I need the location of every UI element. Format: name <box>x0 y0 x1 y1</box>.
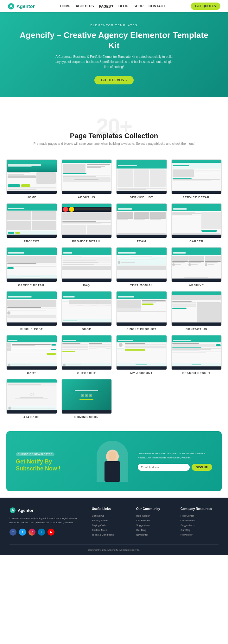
template-label: CONTACT US <box>171 328 222 331</box>
footer-link[interactable]: Suggestions <box>136 524 174 527</box>
go-to-demos-button[interactable]: GO TO DEMOS › <box>94 76 134 84</box>
footer-link[interactable]: Our Partners <box>136 519 174 522</box>
newsletter-email-input[interactable] <box>138 464 190 471</box>
template-label: SINGLE PRODUCT <box>116 328 167 331</box>
footer-col-resources: Company Resources Help Center Our Partne… <box>180 507 218 538</box>
newsletter-signup-button[interactable]: SIGN UP <box>192 464 212 471</box>
template-label: COMING SOON <box>61 415 112 419</box>
template-contact[interactable]: CONTACT US <box>171 291 222 331</box>
footer-col-links-list: Contact Us Privacy Policy Buying Code Ex… <box>92 514 130 536</box>
newsletter-image <box>97 441 128 482</box>
footer-col-title: Useful Links <box>92 507 130 511</box>
collection-title: Page Templates Collection <box>10 132 218 140</box>
template-coming-soon[interactable]: COMING SOON <box>61 379 112 419</box>
nav-logo[interactable]: Agentor <box>8 3 35 10</box>
template-faq[interactable]: FAQ <box>61 247 112 287</box>
template-label: TESTIMONIAL <box>116 284 167 287</box>
footer-col-title: Our Community <box>136 507 174 511</box>
social-linkedin-icon[interactable]: li <box>38 529 45 536</box>
footer-col-links-list: Help Center Our Partners Suggestions Our… <box>180 514 218 536</box>
nav-contact[interactable]: CONTACT <box>149 4 165 8</box>
template-single-post[interactable]: SINGLE POST <box>6 291 57 331</box>
nav-about[interactable]: ABOUT US <box>76 4 94 8</box>
footer-link[interactable]: Newsletter <box>136 533 174 536</box>
template-service-detail[interactable]: SERVICE DETAIL <box>171 159 222 199</box>
hero-description: A Corporate Business & Portfolio Element… <box>54 54 174 70</box>
footer-link[interactable]: Our Blog <box>180 529 218 531</box>
template-label: TEAM <box>116 240 167 243</box>
footer-link[interactable]: Help Center <box>180 514 218 517</box>
social-youtube-icon[interactable]: ▶ <box>48 529 54 536</box>
template-project-detail[interactable]: PROJECT DETAIL <box>61 203 112 243</box>
template-single-product[interactable]: SINGLE PRODUCT <box>116 291 167 331</box>
footer-brand: Agentor Lorem consectetur adipiscing eli… <box>10 507 86 538</box>
template-testimonial[interactable]: TESTIMONIAL <box>116 247 167 287</box>
footer-col-title: Company Resources <box>180 507 218 511</box>
template-label: FAQ <box>61 284 112 287</box>
footer-social: f t in li ▶ <box>10 529 86 536</box>
footer-link[interactable]: Contact Us <box>92 514 130 517</box>
nav-links: HOME ABOUT US PAGES ▾ BLOG SHOP CONTACT <box>60 4 165 8</box>
template-label: CHECKOUT <box>61 371 112 375</box>
footer-link[interactable]: Terms & Conditions <box>92 533 130 536</box>
footer-link[interactable]: Suggestions <box>180 524 218 527</box>
person-svg <box>100 444 125 482</box>
social-facebook-icon[interactable]: f <box>10 529 16 536</box>
hero-tag: ELEMENTOR TEMPLATES <box>19 24 209 27</box>
hero-section: ELEMENTOR TEMPLATES Agencify – Creative … <box>0 12 228 97</box>
template-label: ARCHIVE <box>171 284 222 287</box>
template-label: SERVICE DETAIL <box>171 196 222 199</box>
chevron-down-icon: ▾ <box>111 4 113 8</box>
footer-link[interactable]: Our Partners <box>180 519 218 522</box>
footer-link[interactable]: Buying Code <box>92 524 130 527</box>
template-about[interactable]: ABOUT US <box>61 159 112 199</box>
template-label: PROJECT <box>6 240 57 243</box>
hero-title: Agencify – Creative Agency Elementor Tem… <box>19 30 209 51</box>
template-label: SINGLE POST <box>6 328 57 331</box>
template-shop[interactable]: SHOP <box>61 291 112 331</box>
social-instagram-icon[interactable]: in <box>28 529 35 536</box>
template-label: ABOUT US <box>61 196 112 199</box>
nav-shop[interactable]: SHOP <box>134 4 143 8</box>
collection-section: 20+ Page Templates Collection Pre-made p… <box>0 97 228 159</box>
newsletter-right: ulami materiae commodo iam quam fugiat v… <box>138 452 212 471</box>
template-my-account[interactable]: MY ACCOUNT <box>116 335 167 375</box>
footer-col-links-list: Help Center Our Partners Suggestions Our… <box>136 514 174 536</box>
template-career-detail[interactable]: CAREER DETAIL <box>6 247 57 287</box>
newsletter-description: ulami materiae commodo iam quam fugiat v… <box>138 452 212 460</box>
footer-link[interactable]: Our Blog <box>136 529 174 531</box>
template-label: PROJECT DETAIL <box>61 240 112 243</box>
template-404[interactable]: 404 404 PAGE <box>6 379 57 419</box>
template-search-result[interactable]: SEARCH RESULT <box>171 335 222 375</box>
newsletter-title: Get Notify By Subscribe Now ! <box>16 458 90 472</box>
template-team[interactable]: TEAM <box>116 203 167 243</box>
get-quotes-button[interactable]: GET QUOTES <box>191 3 220 10</box>
newsletter-tag: SUBSCRIBE NEWSLETTER <box>16 452 54 456</box>
template-label: 404 PAGE <box>6 415 57 419</box>
template-label: SERVICE LIST <box>116 196 167 199</box>
svg-rect-3 <box>104 461 120 482</box>
footer-bottom: Copyright © 2024 Agencify. All rights re… <box>10 544 218 555</box>
template-service-list[interactable]: SERVICE LIST <box>116 159 167 199</box>
newsletter-section: SUBSCRIBE NEWSLETTER Get Notify By Subsc… <box>6 431 222 491</box>
template-cart[interactable]: CART <box>6 335 57 375</box>
footer-link[interactable]: Newsletter <box>180 533 218 536</box>
footer-link[interactable]: Privacy Policy <box>92 519 130 522</box>
template-project[interactable]: PROJECT <box>6 203 57 243</box>
nav-pages[interactable]: PAGES ▾ <box>99 4 113 8</box>
navbar: Agentor HOME ABOUT US PAGES ▾ BLOG SHOP … <box>0 0 228 12</box>
template-label: SEARCH RESULT <box>171 371 222 375</box>
newsletter-text: SUBSCRIBE NEWSLETTER Get Notify By Subsc… <box>16 451 90 472</box>
social-twitter-icon[interactable]: t <box>19 529 26 536</box>
footer-link[interactable]: Help Center <box>136 514 174 517</box>
footer: Agentor Lorem consectetur adipiscing eli… <box>0 498 228 555</box>
nav-home[interactable]: HOME <box>60 4 71 8</box>
template-archive[interactable]: ARCHIVE <box>171 247 222 287</box>
template-home[interactable]: HOME <box>6 159 57 199</box>
template-checkout[interactable]: CHECKOUT <box>61 335 112 375</box>
footer-link[interactable]: Explore More <box>92 529 130 531</box>
nav-blog[interactable]: BLOG <box>118 4 129 8</box>
template-career[interactable]: CAREER <box>171 203 222 243</box>
arrow-right-icon: › <box>126 78 127 82</box>
footer-description: Lorem consectetur adipiscing elit lorem … <box>10 517 86 525</box>
